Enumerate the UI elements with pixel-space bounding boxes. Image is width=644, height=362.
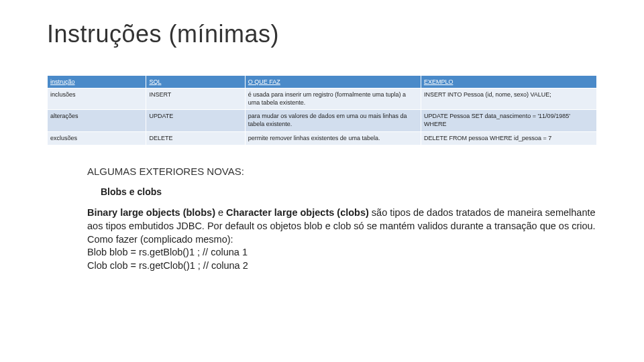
slide: Instruções (mínimas) instrução SQL O QUE… [0,0,644,272]
section-heading-exteriores: ALGUMAS EXTERIORES NOVAS: [87,166,597,177]
table-header-row: instrução SQL O QUE FAZ EXEMPLO [48,76,597,88]
code-line-blob: Blob blob = rs.getBlob()1 ; // coluna 1 [87,247,248,257]
cell-exemplo: DELETE FROM pessoa WHERE id_pessoa = 7 [421,131,596,145]
cell-instrucao: alterações [48,110,146,131]
sql-instructions-table: instrução SQL O QUE FAZ EXEMPLO inclusõe… [47,75,597,145]
bold-clobs: Character large objects (clobs) [226,207,369,218]
text-mid: e [215,207,226,218]
page-title: Instruções (mínimas) [47,20,597,48]
table-row: inclusões INSERT é usada para inserir um… [48,88,597,110]
th-sql: SQL [146,76,245,88]
cell-sql: UPDATE [146,110,245,131]
section-heading-blobs: Blobs e clobs [101,186,597,197]
bold-blobs: Binary large objects (blobs) [87,207,215,218]
th-exemplo: EXEMPLO [421,76,596,88]
cell-sql: INSERT [146,88,245,110]
cell-instrucao: exclusões [48,131,146,145]
cell-sql: DELETE [146,131,245,145]
th-oquefaz: O QUE FAZ [245,76,421,88]
code-line-clob: Clob clob = rs.getClob()1 ; // coluna 2 [87,260,248,271]
table-row: alterações UPDATE para mudar os valores … [48,110,597,131]
body-paragraph: Binary large objects (blobs) e Character… [87,206,597,272]
cell-exemplo: UPDATE Pessoa SET data_nascimento = '11/… [421,110,596,131]
cell-instrucao: inclusões [48,88,146,110]
cell-oquefaz: permite remover linhas existentes de uma… [245,131,421,145]
cell-oquefaz: para mudar os valores de dados em uma ou… [245,110,421,131]
cell-oquefaz: é usada para inserir um registro (formal… [245,88,421,110]
th-instrucao: instrução [48,76,146,88]
table-row: exclusões DELETE permite remover linhas … [48,131,597,145]
cell-exemplo: INSERT INTO Pessoa (id, nome, sexo) VALU… [421,88,596,110]
